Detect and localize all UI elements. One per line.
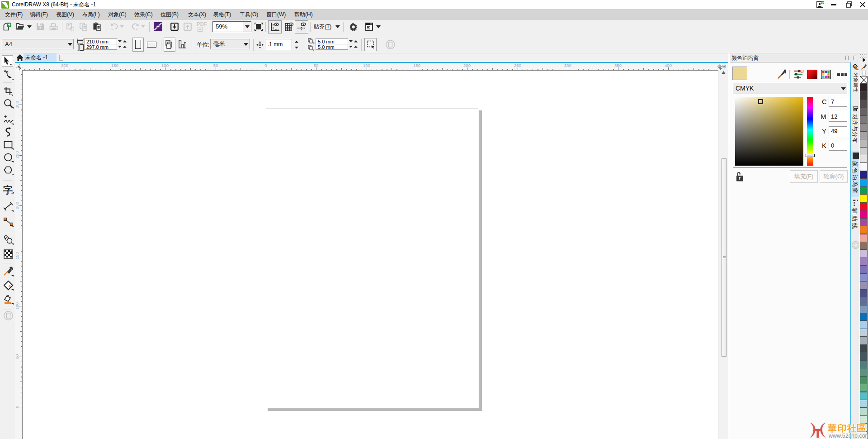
svg-text:y: y	[313, 48, 315, 51]
svg-text:x: x	[313, 41, 315, 44]
